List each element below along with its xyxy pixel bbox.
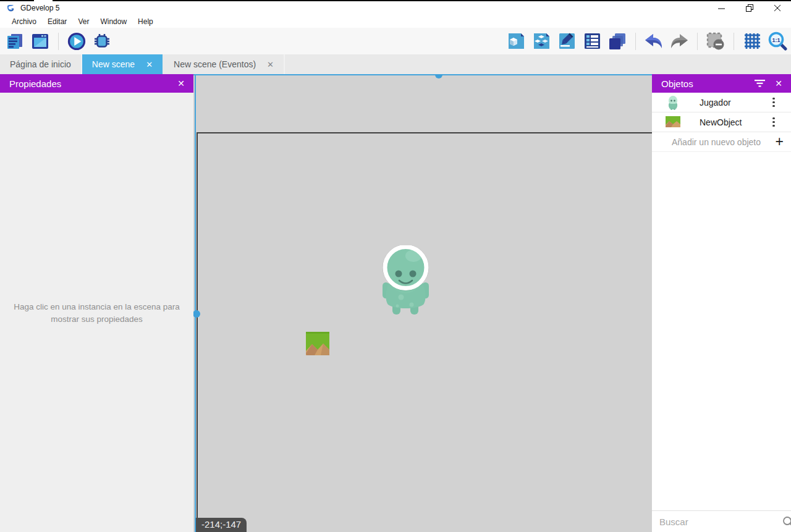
add-object-plus-icon[interactable]: + — [776, 135, 784, 149]
tab-close-icon[interactable]: ✕ — [146, 60, 153, 69]
menu-help[interactable]: Help — [132, 16, 159, 27]
objects-panel-title: Objetos — [661, 78, 755, 89]
filter-icon[interactable] — [755, 80, 765, 87]
properties-empty-message: Haga clic en una instancia en la escena … — [0, 301, 193, 326]
object-menu-icon[interactable] — [772, 98, 784, 108]
cursor-coordinates-badge: -214;-147 — [196, 518, 247, 532]
horizontal-scrollbar[interactable] — [193, 74, 652, 75]
search-icon[interactable] — [782, 516, 791, 528]
objects-search-bar — [652, 510, 791, 532]
restore-button[interactable] — [735, 1, 763, 15]
object-name: NewObject — [700, 117, 772, 127]
objects-panel-header: Objetos ✕ — [652, 74, 791, 93]
menu-window[interactable]: Window — [95, 16, 132, 27]
gdevelop-logo-icon — [6, 4, 15, 13]
toolbar-separator — [635, 33, 636, 50]
properties-panel-title: Propiedades — [9, 78, 177, 89]
game-window-border — [197, 132, 652, 532]
close-objects-icon[interactable]: ✕ — [775, 78, 782, 88]
objects-editor-button[interactable] — [506, 32, 526, 51]
zoom-ratio-label: 1:1 — [772, 37, 780, 43]
object-groups-editor-button[interactable] — [531, 32, 551, 51]
tab-label: Página de inicio — [10, 59, 71, 69]
object-name: Jugador — [700, 98, 772, 108]
window-top-edge — [0, 0, 791, 1]
properties-panel-button[interactable] — [557, 32, 577, 51]
toolbar-separator — [697, 33, 698, 50]
start-page-button[interactable] — [30, 32, 50, 51]
properties-panel-header: Propiedades ✕ — [0, 74, 193, 93]
objects-list-empty-space — [652, 152, 791, 510]
close-properties-icon[interactable]: ✕ — [177, 78, 185, 88]
tabbar: Página de inicio New scene ✕ New scene (… — [0, 54, 791, 74]
titlebar: GDevelop 5 — [0, 1, 791, 15]
search-input[interactable] — [659, 517, 782, 527]
undo-button[interactable] — [644, 32, 664, 51]
tab-home[interactable]: Página de inicio — [0, 54, 82, 74]
toolbar-separator — [734, 33, 734, 50]
vertical-scrollbar[interactable] — [195, 74, 196, 532]
main-content: Propiedades ✕ Haga clic en una instancia… — [0, 74, 791, 532]
close-window-button[interactable] — [763, 1, 791, 15]
toolbar-separator — [58, 33, 59, 50]
menubar: Archivo Editar Ver Window Help — [0, 15, 791, 28]
redo-button[interactable] — [669, 32, 689, 51]
grass-platform-icon — [666, 115, 680, 130]
horizontal-scrollbar-thumb[interactable] — [435, 74, 442, 78]
gdevelop-window: GDevelop 5 Archivo Editar Ver Window Hel… — [0, 0, 791, 532]
layers-editor-button[interactable] — [607, 32, 627, 51]
toolbar-left-group — [5, 32, 112, 51]
menu-editar[interactable]: Editar — [42, 16, 72, 27]
object-row-jugador[interactable]: Jugador — [652, 93, 791, 112]
object-row-newobject[interactable]: NewObject — [652, 112, 791, 132]
tab-scene[interactable]: New scene ✕ — [82, 54, 164, 74]
tab-scene-events[interactable]: New scene (Eventos) ✕ — [164, 54, 285, 74]
preview-play-button[interactable] — [67, 32, 87, 51]
menu-ver[interactable]: Ver — [72, 16, 95, 27]
properties-panel: Propiedades ✕ Haga clic en una instancia… — [0, 74, 193, 532]
objects-panel: Objetos ✕ — [652, 74, 791, 532]
alien-player-icon — [666, 95, 680, 110]
instances-list-button[interactable] — [582, 32, 602, 51]
remove-selection-button[interactable] — [706, 32, 725, 51]
zoom-1to1-button[interactable]: 1:1 — [768, 32, 787, 51]
grass-platform-instance[interactable] — [306, 332, 329, 355]
player-instance-selected[interactable] — [383, 245, 429, 315]
scene-canvas[interactable]: -214;-147 — [193, 74, 652, 532]
debug-button[interactable] — [92, 32, 112, 51]
window-controls — [708, 1, 791, 15]
toolbar: 1:1 — [0, 28, 791, 54]
add-object-row[interactable]: Añadir un nuevo objeto + — [652, 132, 791, 152]
tab-label: New scene — [92, 59, 135, 69]
tab-label: New scene (Eventos) — [174, 59, 256, 69]
tab-close-icon[interactable]: ✕ — [267, 60, 274, 69]
project-manager-button[interactable] — [5, 32, 25, 51]
object-menu-icon[interactable] — [772, 117, 784, 127]
menu-archivo[interactable]: Archivo — [6, 16, 42, 27]
toolbar-right-group: 1:1 — [506, 32, 787, 51]
add-object-label: Añadir un nuevo objeto — [672, 137, 776, 147]
minimize-button[interactable] — [708, 1, 735, 15]
window-title: GDevelop 5 — [20, 4, 59, 12]
grid-toggle-button[interactable] — [742, 32, 762, 51]
